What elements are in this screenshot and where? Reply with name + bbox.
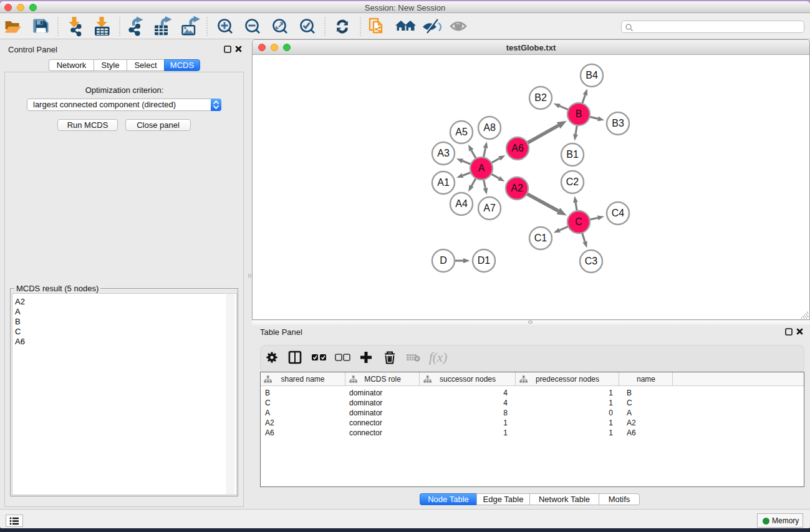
svg-text:C3: C3: [585, 256, 598, 266]
svg-text:A: A: [478, 163, 485, 173]
svg-text:D: D: [440, 255, 447, 266]
svg-text:C2: C2: [566, 177, 579, 187]
svg-text:C4: C4: [612, 208, 625, 218]
svg-text:A2: A2: [511, 183, 523, 193]
svg-text:C1: C1: [534, 233, 547, 243]
svg-text:A4: A4: [455, 198, 468, 209]
svg-text:A7: A7: [483, 203, 496, 213]
svg-text:C: C: [575, 216, 582, 227]
svg-text:A6: A6: [511, 143, 524, 153]
svg-text:A5: A5: [455, 127, 468, 137]
svg-text:B: B: [576, 109, 582, 119]
svg-text:f(x): f(x): [429, 350, 447, 365]
svg-text:B2: B2: [534, 92, 547, 103]
svg-text:A3: A3: [437, 148, 450, 158]
svg-text:A1: A1: [437, 177, 450, 188]
svg-text:A8: A8: [483, 122, 496, 133]
svg-text:B1: B1: [566, 149, 579, 160]
svg-text:D1: D1: [478, 255, 491, 266]
svg-text:B3: B3: [612, 118, 624, 128]
svg-text:B4: B4: [586, 70, 598, 80]
